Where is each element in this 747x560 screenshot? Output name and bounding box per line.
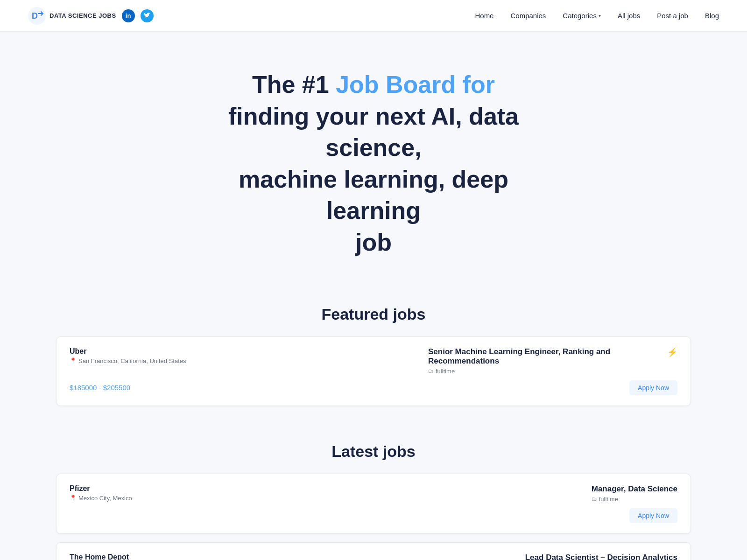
briefcase-icon: 🗂 (428, 368, 434, 374)
featured-apply-button[interactable]: Apply Now (629, 380, 677, 395)
header-left: D DATA SCIENCE JOBS in (28, 7, 154, 25)
featured-job-title-block: Senior Machine Learning Engineer, Rankin… (428, 347, 662, 375)
latest-location-0: 📍 Mexico City, Mexico (70, 495, 132, 502)
latest-company-name-0: Pfizer (70, 484, 132, 493)
latest-job-title-1: Lead Data Scientist – Decision Analytics (525, 553, 677, 560)
nav-postajob[interactable]: Post a job (657, 12, 688, 20)
nav-alljobs[interactable]: All jobs (618, 12, 640, 20)
logo-icon: D (28, 7, 46, 25)
latest-job-top-1: The Home Depot Lead Data Scientist – Dec… (70, 553, 677, 560)
featured-salary: $185000 - $205500 (70, 384, 130, 392)
featured-job-type: 🗂 fulltime (428, 368, 662, 375)
featured-job-card: Uber 📍 San Francisco, California, United… (56, 336, 691, 406)
latest-job-card-0: Pfizer 📍 Mexico City, Mexico Manager, Da… (56, 474, 691, 534)
featured-title: Featured jobs (56, 305, 691, 323)
featured-job-title: Senior Machine Learning Engineer, Rankin… (428, 347, 662, 366)
nav-companies[interactable]: Companies (510, 12, 546, 20)
featured-job-company-info: Uber 📍 San Francisco, California, United… (70, 347, 186, 364)
location-pin-icon: 📍 (70, 357, 77, 364)
latest-job-right-1: Lead Data Scientist – Decision Analytics (525, 553, 677, 560)
nav-home[interactable]: Home (475, 12, 493, 20)
featured-job-top: Uber 📍 San Francisco, California, United… (70, 347, 677, 375)
featured-job-bottom: $185000 - $205500 Apply Now (70, 380, 677, 395)
location-pin-icon-0: 📍 (70, 495, 77, 501)
latest-job-bottom-0: Apply Now (70, 508, 677, 523)
twitter-icon[interactable] (141, 9, 154, 22)
latest-job-company-1: The Home Depot (70, 553, 129, 560)
main-nav: Home Companies Categories ▾ All jobs Pos… (475, 12, 719, 20)
latest-job-right-0: Manager, Data Science 🗂 fulltime (592, 484, 677, 503)
nav-blog[interactable]: Blog (705, 12, 719, 20)
latest-jobs-section: Latest jobs Pfizer 📍 Mexico City, Mexico… (0, 433, 747, 560)
latest-job-title-block-0: Manager, Data Science 🗂 fulltime (592, 484, 677, 503)
featured-lightning-icon: ⚡ (667, 347, 677, 357)
linkedin-icon[interactable]: in (122, 9, 135, 22)
latest-job-card-1: The Home Depot Lead Data Scientist – Dec… (56, 542, 691, 560)
hero-headline: The #1 Job Board for finding your next A… (205, 69, 542, 259)
header: D DATA SCIENCE JOBS in Home Companies Ca… (0, 0, 747, 32)
hero-section: The #1 Job Board for finding your next A… (0, 32, 747, 287)
featured-jobs-section: Featured jobs Uber 📍 San Francisco, Cali… (0, 287, 747, 433)
logo: D DATA SCIENCE JOBS (28, 7, 116, 25)
featured-location: 📍 San Francisco, California, United Stat… (70, 357, 186, 364)
svg-text:D: D (32, 11, 38, 21)
latest-job-title-0: Manager, Data Science (592, 484, 677, 494)
briefcase-icon-0: 🗂 (592, 496, 597, 502)
latest-job-company-0: Pfizer 📍 Mexico City, Mexico (70, 484, 132, 502)
latest-title: Latest jobs (56, 442, 691, 461)
chevron-down-icon: ▾ (599, 13, 601, 18)
featured-job-right: Senior Machine Learning Engineer, Rankin… (428, 347, 677, 375)
latest-apply-button-0[interactable]: Apply Now (629, 508, 677, 523)
featured-company-name: Uber (70, 347, 186, 356)
latest-company-name-1: The Home Depot (70, 553, 129, 560)
logo-text: DATA SCIENCE JOBS (49, 12, 116, 20)
latest-job-top-0: Pfizer 📍 Mexico City, Mexico Manager, Da… (70, 484, 677, 503)
nav-categories[interactable]: Categories ▾ (563, 12, 601, 20)
latest-job-type-0: 🗂 fulltime (592, 496, 677, 503)
